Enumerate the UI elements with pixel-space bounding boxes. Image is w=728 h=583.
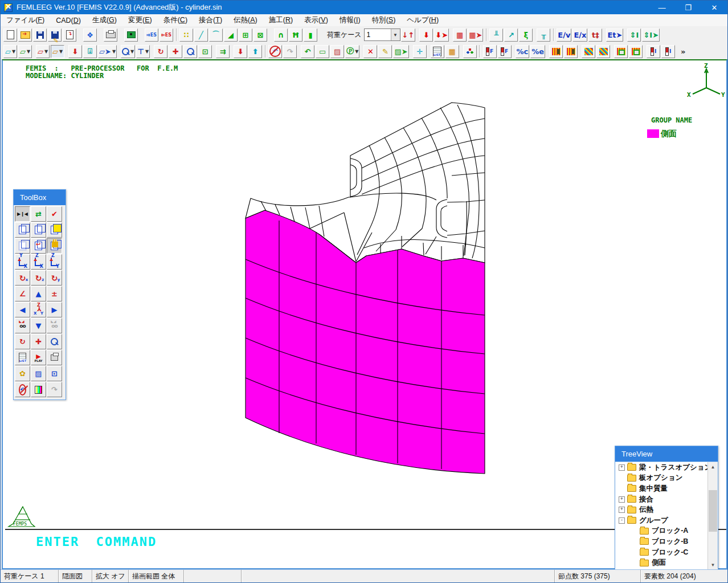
dropdown-arrow-icon[interactable]: ▼ (44, 49, 48, 54)
cube-hand-button[interactable] (47, 238, 62, 254)
plus-minus-button[interactable]: ± (47, 286, 62, 301)
dropdown-arrow-icon[interactable]: ▼ (59, 49, 63, 54)
tree-item-4[interactable]: +接合 (615, 494, 718, 505)
print-button[interactable] (104, 28, 117, 42)
axis-yx-button[interactable]: YX (15, 254, 30, 270)
dropdown-arrow-icon[interactable]: ▼ (130, 49, 134, 54)
toolbar-overflow-chevron[interactable]: » (676, 45, 690, 58)
mesh-create-button[interactable]: ⊞ (239, 28, 252, 42)
fit-view-button[interactable]: ⊡ (198, 45, 212, 58)
temp-f-button[interactable]: F (483, 45, 497, 58)
zoom-drag-button[interactable] (47, 334, 62, 349)
cube-solid-button[interactable] (47, 222, 62, 238)
tunnel-create-button[interactable]: ∩ (274, 28, 288, 42)
view-yz-button[interactable]: ▱▼ (36, 45, 50, 58)
axis-zy-button[interactable]: ZY (47, 254, 62, 270)
expand-box-icon[interactable]: + (619, 496, 625, 503)
title-bar[interactable]: FEMLEEG Ver.10 [FEMIS V22.0.9] (Advanced… (1, 1, 727, 14)
tree-item-3[interactable]: 集中質量 (615, 483, 718, 494)
save-image-button[interactable] (124, 28, 138, 42)
move-left-button[interactable]: ◀ (15, 302, 30, 317)
menu-item-11[interactable]: 特別(S) (366, 14, 402, 26)
swap-window-button[interactable]: ⇄ (31, 206, 46, 222)
menu-item-5[interactable]: 条件(C) (158, 14, 193, 26)
tree-item-1[interactable]: +梁・トラスオプション (615, 462, 718, 473)
menu-item-12[interactable]: ヘルプ(H) (401, 14, 444, 26)
shrink-display-button[interactable]: ⊡ (47, 366, 62, 381)
dropdown-arrow-icon[interactable]: ▼ (12, 49, 15, 54)
delete-button[interactable]: ✕ (363, 45, 377, 58)
undo-frame-button[interactable]: ↶ (301, 45, 314, 58)
export-es-button[interactable]: ⇇ES (159, 28, 173, 42)
view-xy-button[interactable]: ▱▼ (3, 45, 17, 58)
cube-hidden-button[interactable] (15, 222, 30, 238)
list-output-button[interactable] (15, 350, 30, 365)
treeview-title-bar[interactable]: TreeView (615, 446, 718, 462)
minimize-button[interactable]: — (649, 1, 675, 14)
tree-item-5[interactable]: +伝熱 (615, 504, 718, 515)
green-pattern-button[interactable] (614, 45, 628, 58)
dist-load-button[interactable]: ▦ (453, 28, 467, 42)
hide-eye-button[interactable]: oo (47, 318, 62, 333)
thickness-button[interactable]: t‡ (588, 28, 602, 42)
new-file-button[interactable] (3, 28, 17, 42)
no-uturn-button[interactable]: ↶ (268, 45, 282, 58)
p-turn-disabled-button[interactable]: ↷ (47, 382, 62, 397)
hatch-display-button[interactable]: ▨ (31, 366, 46, 381)
temp-i-button[interactable]: I (647, 45, 660, 58)
toolbox-title-bar[interactable]: ToolBox (14, 190, 66, 205)
menu-item-1[interactable]: ファイル(F) (1, 14, 50, 26)
move-down-button[interactable]: ▼ (31, 318, 46, 333)
dropdown-arrow-icon[interactable]: ▼ (145, 49, 149, 54)
support-button[interactable]: ╨ (489, 28, 503, 42)
axis-zx-button[interactable]: ZX (31, 254, 46, 270)
width-i-button[interactable]: ⇕I (627, 28, 641, 42)
menu-item-3[interactable]: 生成(G) (87, 14, 122, 26)
tree-item-6[interactable]: -グループ (615, 515, 718, 526)
scrollbar-thumb[interactable] (709, 490, 717, 532)
print-view-button[interactable] (47, 350, 62, 365)
point-load-button[interactable]: ⬇ (419, 28, 433, 42)
move-right-button[interactable]: ▶ (47, 302, 62, 317)
cube-dot-button[interactable] (15, 238, 30, 254)
menu-item-8[interactable]: 施工(R) (263, 14, 298, 26)
move-xy-button[interactable]: ✛ (413, 45, 427, 58)
line-create-button[interactable]: ╱ (194, 28, 208, 42)
move-up-button[interactable]: ▲ (31, 286, 46, 301)
knife-button[interactable]: ✎ (378, 45, 392, 58)
femleeg-convert-button[interactable]: ❖ (83, 28, 97, 42)
menu-item-7[interactable]: 伝熱(A) (228, 14, 263, 26)
point-load-pick-button[interactable]: ⬇➤ (434, 28, 449, 42)
redo-disabled-button[interactable]: ↷ (283, 45, 297, 58)
cube-wire-button[interactable] (31, 222, 46, 238)
load-seq-button[interactable]: ↓↑ (401, 28, 416, 42)
project-down-button[interactable]: ⬇ (68, 45, 82, 58)
node-create-button[interactable]: ∷ (179, 28, 193, 42)
row-down-button[interactable]: ⬇ (234, 45, 247, 58)
temp-f-pick-button[interactable]: F (498, 45, 512, 58)
scroll-up-arrow-icon[interactable]: ▲ (708, 462, 718, 472)
rotate-drag-button[interactable]: ↻ (15, 334, 30, 349)
list-output-button[interactable] (431, 45, 444, 58)
menu-item-10[interactable]: 情報(I) (334, 14, 366, 26)
bar-pattern-pick-button[interactable] (564, 45, 578, 58)
menu-item-4[interactable]: 変更(E) (122, 14, 158, 26)
open-file-button[interactable] (18, 28, 32, 42)
dropdown-arrow-icon[interactable]: ▼ (391, 29, 400, 40)
mesh-shift-button[interactable]: ⇉ (216, 45, 230, 58)
zoom-region-button[interactable]: ▼ (121, 45, 135, 58)
solid-create-button[interactable]: ⊠ (253, 28, 267, 42)
dropdown-arrow-icon[interactable]: ▼ (112, 49, 116, 54)
menu-item-2[interactable]: CAD(D) (50, 15, 87, 26)
expand-box-icon[interactable]: + (619, 464, 625, 471)
zoom-view-button[interactable] (183, 45, 197, 58)
elastic-v-button[interactable]: E∕v (557, 28, 571, 42)
treeview-scrollbar[interactable]: ▲ ▼ (707, 462, 718, 570)
temp-i-pick-button[interactable]: I (661, 45, 675, 58)
tree-item-9[interactable]: ブロック-C (615, 547, 718, 558)
material-pick-button[interactable]: Et➤ (606, 28, 623, 42)
support2-button[interactable]: ╥ (537, 28, 550, 42)
view-iso-button[interactable]: ▱▼ (51, 45, 64, 58)
partial-hatch-button[interactable]: ▨ (330, 45, 344, 58)
maximize-button[interactable]: ❐ (675, 1, 701, 14)
